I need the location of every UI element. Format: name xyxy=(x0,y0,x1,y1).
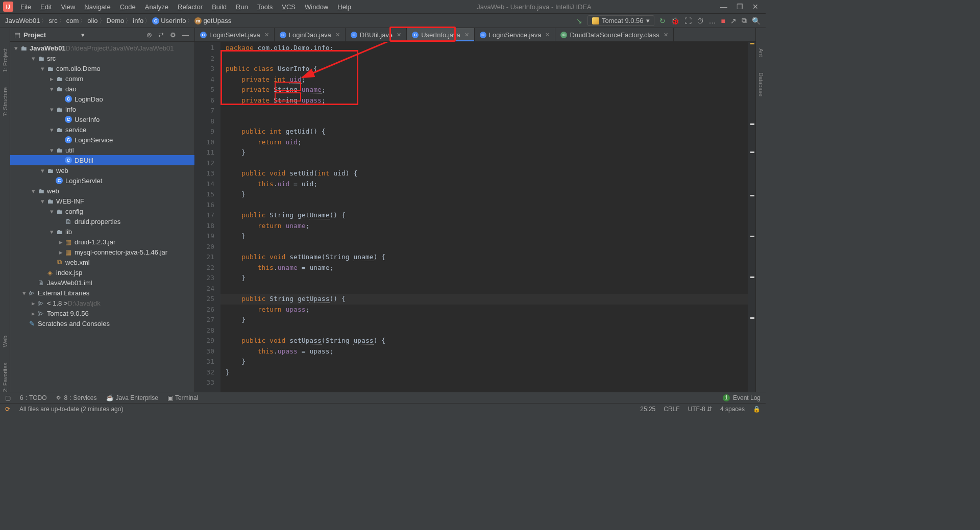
tool-ant[interactable]: Ant xyxy=(758,48,764,57)
tree-item[interactable]: CLoginDao xyxy=(10,94,194,104)
menu-build[interactable]: Build xyxy=(208,1,231,13)
menu-tools[interactable]: Tools xyxy=(253,1,277,13)
caret-position[interactable]: 25:25 xyxy=(640,406,655,413)
tree-item[interactable]: 🗎JavaWeb01.iml xyxy=(10,277,194,288)
editor-tab[interactable]: CLoginServlet.java✕ xyxy=(195,28,275,41)
close-button[interactable]: ✕ xyxy=(752,3,758,11)
tree-item[interactable]: ▸⫸Tomcat 9.0.56 xyxy=(10,308,194,318)
tool-database[interactable]: Database xyxy=(758,72,764,96)
menu-vcs[interactable]: VCS xyxy=(278,1,300,13)
file-encoding[interactable]: UTF-8 ⇵ xyxy=(688,406,712,413)
close-icon[interactable]: ✕ xyxy=(264,32,269,38)
breadcrumb-item[interactable]: mgetUpass xyxy=(194,17,231,25)
breadcrumb-item[interactable]: CUserInfo xyxy=(152,17,186,25)
chevron-down-icon[interactable]: ▾ xyxy=(81,31,85,39)
close-icon[interactable]: ✕ xyxy=(464,32,469,38)
tool-web[interactable]: Web xyxy=(2,336,8,347)
project-tree[interactable]: ▾🖿JavaWeb01 D:\IdeaProject\JavaWeb\JavaW… xyxy=(10,42,194,392)
close-icon[interactable]: ✕ xyxy=(664,32,668,38)
java-enterprise-tool[interactable]: ☕ Java Enterprise xyxy=(106,394,158,401)
vcs-status-icon[interactable]: ⟳ xyxy=(5,406,10,413)
breadcrumb-item[interactable]: src xyxy=(48,17,57,24)
close-icon[interactable]: ✕ xyxy=(397,32,401,38)
breadcrumb-item[interactable]: com xyxy=(66,17,79,24)
tree-item[interactable]: ▾🖿info xyxy=(10,104,194,114)
breadcrumb-item[interactable]: Demo xyxy=(107,17,125,24)
tree-item[interactable]: ⧉web.xml xyxy=(10,257,194,267)
tree-item[interactable]: ▾🖿config xyxy=(10,206,194,216)
run-icon[interactable]: 🐞 xyxy=(671,17,679,25)
tree-item[interactable]: CLoginService xyxy=(10,135,194,145)
tree-item[interactable]: ▸▦mysql-connector-java-5.1.46.jar xyxy=(10,247,194,257)
lock-icon[interactable]: 🔒 xyxy=(753,406,761,413)
gear-icon[interactable]: ⚙ xyxy=(168,31,178,39)
tree-item[interactable]: 🗎druid.properties xyxy=(10,216,194,226)
editor-body[interactable]: 1234567891011121314151617181920212223242… xyxy=(195,42,755,392)
tree-item[interactable]: ◈index.jsp xyxy=(10,267,194,277)
tree-item[interactable]: ▸▦druid-1.2.3.jar xyxy=(10,237,194,247)
rerun-icon[interactable]: ↻ xyxy=(659,17,666,25)
editor-tab[interactable]: CDruidDataSourceFactory.class✕ xyxy=(555,28,673,41)
profile-icon[interactable]: ⏱ xyxy=(697,17,704,25)
editor-tab[interactable]: CLoginService.java✕ xyxy=(475,28,556,41)
event-log-button[interactable]: Event Log xyxy=(733,394,761,401)
tree-root[interactable]: ▾🖿JavaWeb01 D:\IdeaProject\JavaWeb\JavaW… xyxy=(10,43,194,53)
git-icon[interactable]: ⧉ xyxy=(742,16,747,25)
menu-code[interactable]: Code xyxy=(116,1,140,13)
tree-item[interactable]: ▾🖿util xyxy=(10,145,194,155)
tree-item[interactable]: ▸⫸< 1.8 > D:\Java\jdk xyxy=(10,298,194,308)
tree-item[interactable]: ▸🖿comm xyxy=(10,73,194,84)
menu-analyze[interactable]: Analyze xyxy=(141,1,173,13)
tree-item[interactable]: CUserInfo xyxy=(10,114,194,124)
tree-item[interactable]: ▾🖿lib xyxy=(10,226,194,237)
quick-access-icon[interactable]: ▢ xyxy=(5,394,11,401)
services-tool[interactable]: ⛭ 8: Services xyxy=(56,394,96,401)
tree-item[interactable]: ▾🖿com.olio.Demo xyxy=(10,63,194,73)
minimize-button[interactable]: — xyxy=(720,3,727,11)
tree-item[interactable]: ▾🖿src xyxy=(10,53,194,63)
tree-item[interactable]: ▾🖿WEB-INF xyxy=(10,196,194,206)
maximize-button[interactable]: ❐ xyxy=(737,3,743,11)
menu-edit[interactable]: Edit xyxy=(36,1,56,13)
tree-item[interactable]: ▾⫸External Libraries xyxy=(10,288,194,298)
line-separator[interactable]: CRLF xyxy=(664,406,679,413)
menu-help[interactable]: Help xyxy=(333,1,355,13)
menu-navigate[interactable]: Navigate xyxy=(80,1,114,13)
tool-structure[interactable]: 7: Structure xyxy=(2,87,8,116)
editor-tab[interactable]: CDBUtil.java✕ xyxy=(346,28,407,41)
search-icon[interactable]: 🔍 xyxy=(752,17,761,25)
tree-item[interactable]: CDBUtil xyxy=(10,155,194,165)
tool-project[interactable]: 1: Project xyxy=(2,48,8,72)
run-config-selector[interactable]: Tomcat 9.0.56 ▾ xyxy=(587,15,654,26)
menu-run[interactable]: Run xyxy=(232,1,252,13)
menu-file[interactable]: File xyxy=(16,1,35,13)
update-icon[interactable]: ↗ xyxy=(730,17,737,25)
editor-tab[interactable]: CLoginDao.java✕ xyxy=(275,28,346,41)
attach-icon[interactable]: … xyxy=(709,17,716,25)
tree-item[interactable]: CLoginServlet xyxy=(10,175,194,186)
expand-icon[interactable]: ⇄ xyxy=(157,31,165,39)
menu-window[interactable]: Window xyxy=(301,1,332,13)
locate-icon[interactable]: ⊚ xyxy=(145,31,154,39)
editor-tab[interactable]: CUserInfo.java✕ xyxy=(407,28,475,41)
close-icon[interactable]: ✕ xyxy=(335,32,340,38)
indent-info[interactable]: 4 spaces xyxy=(720,406,745,413)
menu-view[interactable]: View xyxy=(57,1,79,13)
tree-item[interactable]: ▾🖿web xyxy=(10,186,194,196)
menu-refactor[interactable]: Refactor xyxy=(174,1,207,13)
hide-icon[interactable]: — xyxy=(181,31,190,39)
build-icon[interactable]: ↘ xyxy=(576,17,582,25)
tree-item[interactable]: ▾🖿service xyxy=(10,124,194,135)
todo-tool[interactable]: 6: TODO xyxy=(20,394,46,401)
coverage-icon[interactable]: ⛶ xyxy=(684,17,692,25)
breadcrumb-item[interactable]: olio xyxy=(87,17,97,24)
tree-item[interactable]: ▾🖿web xyxy=(10,165,194,175)
tree-item[interactable]: ▾🖿dao xyxy=(10,84,194,94)
breadcrumb-item[interactable]: JavaWeb01 xyxy=(5,17,40,24)
stop-icon[interactable]: ■ xyxy=(721,17,725,25)
tree-item[interactable]: ✎Scratches and Consoles xyxy=(10,318,194,329)
code-area[interactable]: package com.olio.Demo.info; public class… xyxy=(220,42,748,392)
breadcrumb-item[interactable]: info xyxy=(133,17,143,24)
close-icon[interactable]: ✕ xyxy=(545,32,550,38)
terminal-tool[interactable]: ▣ Terminal xyxy=(167,394,198,401)
